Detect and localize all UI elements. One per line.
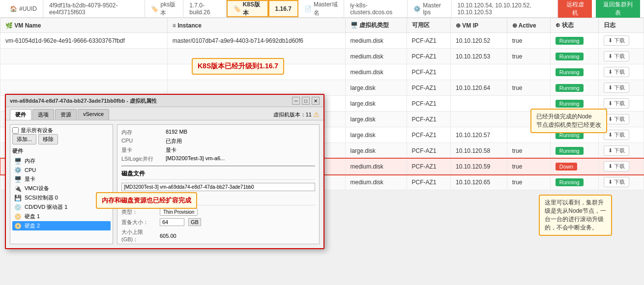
k8s-icon: 🏷️ bbox=[234, 5, 241, 12]
disk-type-label: 类型： bbox=[121, 208, 156, 216]
tab-vservice[interactable]: vService bbox=[78, 109, 109, 120]
top-bar: 🏠 #UUID 4f9df1fa-b2db-4079-9502-ee4f3715… bbox=[0, 0, 644, 18]
download-button[interactable]: ⬇ 下载 bbox=[604, 67, 629, 77]
add-device-button[interactable]: 添加... bbox=[12, 134, 36, 144]
az-cell: PCF-AZ1 bbox=[407, 96, 450, 112]
uuid-val: 4f9df1fa-b2db-4079-9502-ee4f3715f603 bbox=[49, 2, 139, 16]
disk-size-input[interactable] bbox=[160, 218, 184, 226]
download-button[interactable]: ⬇ 下载 bbox=[604, 83, 629, 93]
hw-list-item[interactable]: 🖥️显卡 bbox=[12, 174, 111, 184]
vmip-cell: 10.10.120.53 bbox=[451, 49, 507, 64]
hw-item-icon: 🖥️ bbox=[14, 176, 22, 183]
log-cell: ⬇ 下载 bbox=[598, 80, 644, 96]
status-cell: Down bbox=[550, 159, 598, 174]
col-log: 日志 bbox=[598, 18, 644, 33]
download-button[interactable]: ⬇ 下载 bbox=[604, 145, 629, 156]
vmtype-cell: medium.disk bbox=[345, 49, 407, 64]
master-icon: 📄 bbox=[304, 5, 312, 12]
vmip-cell: 10.10.120.59 bbox=[451, 159, 507, 174]
download-button[interactable]: ⬇ 下载 bbox=[604, 98, 629, 109]
pks-val: 1.7.0-build.26 bbox=[189, 2, 220, 16]
disk-type-val: Thin Provision bbox=[160, 208, 198, 216]
hw-item-label: CD/DVD 驱动器 1 bbox=[25, 203, 67, 211]
hw-list-item[interactable]: 📀硬盘 1 bbox=[12, 212, 111, 221]
vmtype-cell: large.disk bbox=[345, 127, 407, 143]
az-cell: PCF-AZ1 bbox=[407, 49, 450, 64]
status-badge: Running bbox=[556, 100, 584, 108]
download-button[interactable]: ⬇ 下载 bbox=[604, 114, 629, 124]
table-row: large.diskPCF-AZ110.10.120.64trueRunning… bbox=[0, 80, 644, 96]
vmip-cell bbox=[451, 96, 507, 112]
k8s-val: 1.16.7 bbox=[275, 5, 292, 12]
masterips-val: 10.10.120.54, 10.10.120.52, 10.10.120.53 bbox=[458, 2, 552, 16]
download-button[interactable]: ⬇ 下载 bbox=[604, 35, 629, 46]
master-val-col: iy-k8s-clusters.dcos.os bbox=[344, 0, 408, 17]
remote-vm-button[interactable]: 远程虚机 bbox=[558, 0, 592, 20]
hw-item-label: 内存 bbox=[25, 157, 35, 165]
pks-icon: 🏷️ bbox=[151, 5, 158, 12]
dialog-maximize-button[interactable]: □ bbox=[302, 97, 310, 105]
display-label: 显卡 bbox=[121, 146, 161, 154]
status-badge: Running bbox=[556, 131, 584, 139]
tab-resources[interactable]: 资源 bbox=[55, 109, 77, 120]
k8s-val-col: 1.16.7 bbox=[268, 0, 298, 17]
log-cell: ⬇ 下载 bbox=[598, 33, 644, 49]
download-button[interactable]: ⬇ 下载 bbox=[604, 177, 629, 187]
vmtype-cell: large.disk bbox=[345, 143, 407, 159]
hw-spec-scsi: LSILogic并行 [MD3200Test-3] vm-a6... bbox=[121, 155, 315, 163]
pks-col: 🏷️ pks版本 bbox=[145, 0, 183, 17]
hw-list-item[interactable]: ⚙️CPU bbox=[12, 166, 111, 174]
hw-spec-cpu: CPU 已弃用 bbox=[121, 138, 315, 145]
uuid-val-col: 4f9df1fa-b2db-4079-9502-ee4f3715f603 bbox=[43, 0, 145, 17]
dialog-title: vm-a69dda74-e8d7-47da-bb27-3ade71bb0fbb … bbox=[10, 97, 157, 105]
dialog-minimize-button[interactable]: ─ bbox=[292, 97, 300, 105]
dialog-tabs: 硬件 选项 资源 vService 虚拟机版本： 11 ⚠ bbox=[6, 107, 323, 120]
vmip-cell bbox=[451, 112, 507, 127]
dialog-right-panel: 内存 8192 MB CPU 已弃用 显卡 显卡 LSILogic并行 [MD3… bbox=[117, 124, 320, 244]
remove-device-button[interactable]: 移除 bbox=[38, 134, 58, 144]
hw-item-label: VMCI设备 bbox=[25, 185, 49, 192]
tab-hardware[interactable]: 硬件 bbox=[10, 109, 31, 120]
disk-file-input[interactable]: [MD3200Test-3] vm-a69dda74-e8d7-47da-bb2… bbox=[121, 183, 315, 191]
k8s-col-label: K8S版本 bbox=[243, 0, 262, 17]
pks-col-label: pks版本 bbox=[160, 0, 177, 17]
back-to-list-button[interactable]: 返回集群列表 bbox=[596, 0, 640, 20]
vmtype-cell: large.disk bbox=[345, 112, 407, 127]
masterips-icon: ⚙️ bbox=[413, 5, 421, 12]
vmip-cell bbox=[451, 64, 507, 80]
az-cell: PCF-AZ1 bbox=[407, 159, 450, 174]
dialog-body: 显示所有设备 添加... 移除 硬件 🖥️内存⚙️CPU🖥️显卡🔌VMCI设备💾… bbox=[6, 120, 323, 248]
disk-type-row: 类型： Thin Provision bbox=[121, 208, 315, 216]
dialog-close-button[interactable]: ✕ bbox=[312, 97, 320, 105]
master-col-label: Master域名 bbox=[314, 0, 338, 17]
hw-list-item[interactable]: 🖥️内存 bbox=[12, 156, 111, 166]
download-button[interactable]: ⬇ 下载 bbox=[604, 130, 629, 140]
log-cell: ⬇ 下载 bbox=[598, 64, 644, 80]
tab-options[interactable]: 选项 bbox=[32, 109, 54, 120]
disk-limit-label: 大小上限 (GB)： bbox=[121, 228, 156, 243]
mem-label: 内存 bbox=[121, 129, 161, 136]
active-cell: true bbox=[507, 49, 550, 64]
hw-list-item[interactable]: 🔌VMCI设备 bbox=[12, 184, 111, 193]
dialog-action-buttons: 添加... 移除 bbox=[12, 134, 111, 144]
hw-list-item[interactable]: 📀硬盘 2 bbox=[12, 221, 111, 230]
download-button[interactable]: ⬇ 下载 bbox=[604, 161, 629, 171]
vmtype-icon: 🖥️ bbox=[351, 22, 358, 28]
az-cell: PCF-AZ1 bbox=[407, 112, 450, 127]
show-all-checkbox[interactable] bbox=[12, 127, 19, 134]
vm-version-val: 11 bbox=[306, 112, 312, 117]
download-button[interactable]: ⬇ 下载 bbox=[604, 51, 629, 61]
mem-val: 8192 MB bbox=[166, 129, 187, 136]
disk-size-row: 置备大小： GB bbox=[121, 218, 315, 226]
dialog-window-controls: ─ □ ✕ bbox=[292, 97, 320, 105]
status-badge: Running bbox=[556, 115, 584, 123]
tooltip-rolling-upgrade: 这里可以看到，集群升级是先从Node节点，一台一台的进行滚动升级的，不会中断业务… bbox=[539, 195, 612, 236]
cpu-val: 已弃用 bbox=[166, 138, 182, 145]
status-cell: Running bbox=[550, 64, 598, 80]
status-badge: Running bbox=[556, 84, 584, 92]
instance-cell: master/0107db47-a9e9-4403-b714-9692db1d6… bbox=[167, 33, 345, 49]
hw-item-label: 硬盘 2 bbox=[25, 222, 40, 229]
hash-icon: 🏠 bbox=[10, 5, 17, 12]
status-badge: Running bbox=[556, 147, 584, 155]
disk-limit-row: 大小上限 (GB)： 605.00 bbox=[121, 228, 315, 243]
